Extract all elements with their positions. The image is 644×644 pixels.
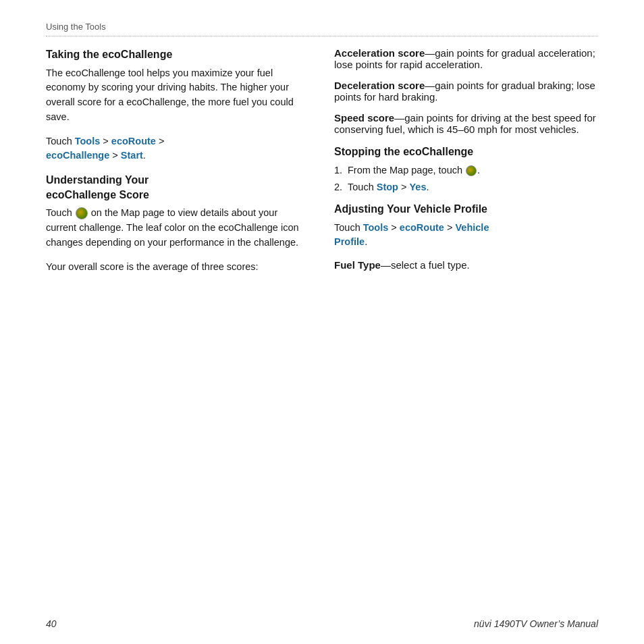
link-tools-1: Tools [75, 136, 101, 146]
step-1: 1. From the Map page, touch . [334, 163, 598, 178]
def-fuel-type: Fuel Type—select a fuel type. [334, 259, 598, 271]
left-column: Taking the ecoChallenge The ecoChallenge… [46, 47, 310, 603]
link-ecoroute-1: ecoRoute [111, 136, 156, 146]
def4-body: —select a fuel type. [381, 259, 470, 271]
def-acceleration: Acceleration score—gain points for gradu… [334, 47, 598, 70]
link-ecoroute-2: ecoRoute [400, 222, 444, 233]
section4-instruction: Touch Tools > ecoRoute > VehicleProfile. [334, 221, 598, 250]
def-deceleration: Deceleration score—gain points for gradu… [334, 80, 598, 103]
term-deceleration: Deceleration score [334, 80, 425, 91]
step-2: 2. Touch Stop > Yes. [334, 180, 598, 195]
section2-body2: Your overall score is the average of thr… [46, 260, 310, 275]
section-vehicle-profile: Adjusting Your Vehicle Profile Touch Too… [334, 202, 598, 259]
page: Using the Tools Taking the ecoChallenge … [0, 0, 644, 644]
link-ecochallenge: ecoChallenge [46, 150, 109, 161]
eco-icon-2 [466, 165, 477, 176]
def-speed: Speed score—gain points for driving at t… [334, 112, 598, 135]
section2-title: Understanding YourecoChallenge Score [46, 173, 310, 202]
header-section-title: Using the Tools [46, 22, 106, 32]
link-start: Start [121, 150, 143, 161]
section1-instruction: Touch Tools > ecoRoute > ecoChallenge > … [46, 134, 310, 164]
section2-body1: Touch on the Map page to view details ab… [46, 206, 310, 250]
link-tools-2: Tools [363, 222, 389, 233]
stopping-steps: 1. From the Map page, touch . 2. Touch S… [334, 163, 598, 196]
footer-manual-title: nüvi 1490TV Owner’s Manual [474, 618, 598, 629]
eco-icon-1 [76, 207, 88, 219]
section1-body: The ecoChallenge tool helps you maximize… [46, 66, 310, 125]
right-column: Acceleration score—gain points for gradu… [334, 47, 598, 603]
footer-page-number: 40 [46, 618, 57, 629]
term-fuel-type: Fuel Type [334, 259, 381, 271]
section3-title: Stopping the ecoChallenge [334, 144, 598, 159]
page-footer: 40 nüvi 1490TV Owner’s Manual [46, 618, 598, 629]
term-speed: Speed score [334, 112, 394, 124]
section-taking-ecochallenge: Taking the ecoChallenge The ecoChallenge… [46, 47, 310, 173]
term-acceleration: Acceleration score [334, 47, 425, 59]
section4-title: Adjusting Your Vehicle Profile [334, 202, 598, 217]
section1-title: Taking the ecoChallenge [46, 47, 310, 62]
main-content: Taking the ecoChallenge The ecoChallenge… [46, 47, 598, 603]
section-stopping: Stopping the ecoChallenge 1. From the Ma… [334, 144, 598, 202]
link-stop: Stop [377, 182, 398, 192]
link-yes: Yes [409, 182, 426, 192]
page-header: Using the Tools [46, 20, 598, 36]
section-understanding: Understanding YourecoChallenge Score Tou… [46, 173, 310, 284]
